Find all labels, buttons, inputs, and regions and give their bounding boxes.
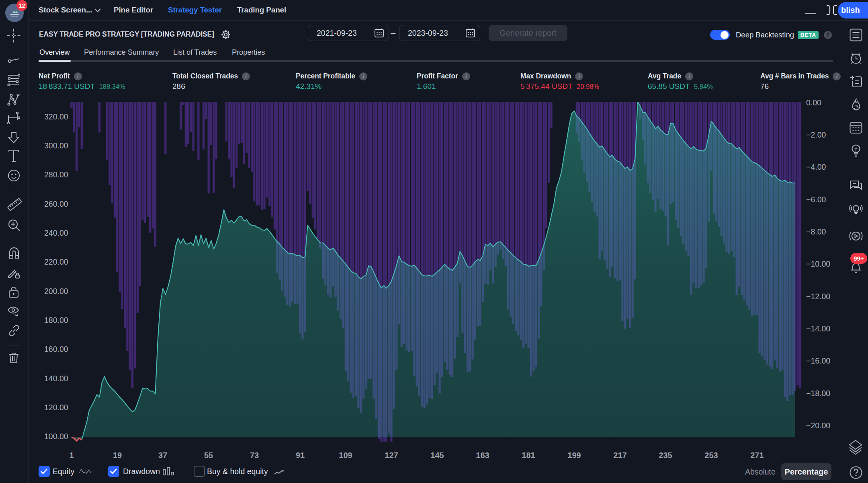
svg-text:−8.00: −8.00 [806, 227, 826, 236]
svg-text:127: 127 [385, 451, 398, 460]
svg-text:1: 1 [69, 451, 74, 460]
svg-text:235: 235 [659, 451, 672, 460]
svg-text:320.00: 320.00 [44, 112, 68, 121]
svg-text:145: 145 [430, 451, 444, 460]
svg-text:199: 199 [567, 451, 581, 460]
svg-text:271: 271 [750, 451, 764, 460]
svg-text:73: 73 [250, 451, 259, 460]
svg-text:200.00: 200.00 [44, 287, 68, 296]
svg-text:280.00: 280.00 [44, 170, 68, 179]
svg-text:181: 181 [522, 451, 535, 460]
svg-text:−4.00: −4.00 [806, 162, 826, 171]
svg-text:19: 19 [113, 451, 122, 460]
svg-text:160.00: 160.00 [44, 345, 68, 354]
svg-text:220.00: 220.00 [44, 257, 68, 266]
svg-text:−20.00: −20.00 [806, 421, 830, 430]
svg-text:91: 91 [296, 451, 305, 460]
svg-text:55: 55 [204, 451, 213, 460]
svg-text:−10.00: −10.00 [806, 259, 830, 268]
svg-text:−12.00: −12.00 [806, 292, 830, 301]
svg-text:253: 253 [704, 451, 718, 460]
svg-text:0.00: 0.00 [806, 98, 821, 107]
svg-text:100.00: 100.00 [44, 432, 68, 441]
svg-text:217: 217 [613, 451, 626, 460]
svg-text:−14.00: −14.00 [806, 324, 830, 333]
svg-text:163: 163 [476, 451, 489, 460]
svg-text:140.00: 140.00 [44, 374, 68, 383]
svg-text:−16.00: −16.00 [806, 356, 830, 365]
svg-text:240.00: 240.00 [44, 228, 68, 237]
svg-text:180.00: 180.00 [44, 316, 68, 325]
svg-text:−18.00: −18.00 [806, 389, 830, 398]
svg-text:109: 109 [339, 451, 352, 460]
svg-text:−2.00: −2.00 [806, 130, 826, 139]
svg-text:37: 37 [158, 451, 167, 460]
svg-text:260.00: 260.00 [44, 199, 68, 208]
svg-text:−6.00: −6.00 [806, 195, 826, 204]
svg-text:300.00: 300.00 [44, 141, 68, 150]
svg-text:120.00: 120.00 [44, 403, 68, 412]
